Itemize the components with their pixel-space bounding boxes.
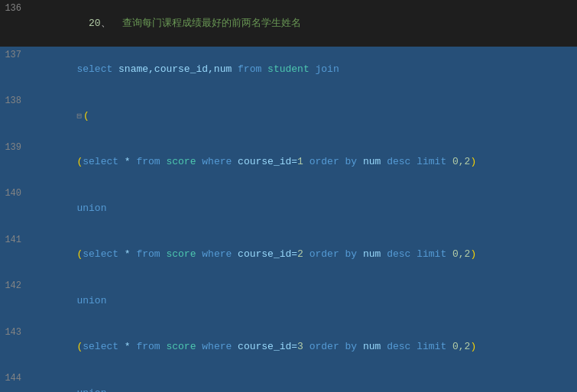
line-content-144: union xyxy=(29,371,577,392)
line-content-140: union xyxy=(29,186,577,231)
code-line-139: 139 (select * from score where course_id… xyxy=(0,139,577,186)
app-container: 136 20、 查询每门课程成绩最好的前两名学生姓名 137 select sn… xyxy=(0,0,577,392)
line-number-144: 144 xyxy=(0,371,29,385)
line-content-137: select sname,course_id,num from student … xyxy=(29,47,577,92)
code-line-136: 136 20、 查询每门课程成绩最好的前两名学生姓名 xyxy=(0,0,577,47)
line-content-142: union xyxy=(29,278,577,323)
code-line-138: 138 ⊟( xyxy=(0,92,577,139)
line-number-141: 141 xyxy=(0,233,29,247)
line-content-139: (select * from score where course_id=1 o… xyxy=(29,140,577,185)
code-line-141: 141 (select * from score where course_id… xyxy=(0,232,577,278)
line-content-136: 20、 查询每门课程成绩最好的前两名学生姓名 xyxy=(29,1,577,46)
line-number-136: 136 xyxy=(0,2,29,15)
code-line-137: 137 select sname,course_id,num from stud… xyxy=(0,47,577,93)
line-content-143: (select * from score where course_id=3 o… xyxy=(29,325,577,370)
line-number-143: 143 xyxy=(0,326,29,339)
line-number-138: 138 xyxy=(0,94,29,108)
code-line-144: 144 union xyxy=(0,370,577,392)
line-content-138: ⊟( xyxy=(29,93,577,138)
code-line-143: 143 (select * from score where course_id… xyxy=(0,324,577,371)
line-number-137: 137 xyxy=(0,48,29,62)
line-number-140: 140 xyxy=(0,186,29,200)
line-number-139: 139 xyxy=(0,141,29,154)
line-content-141: (select * from score where course_id=2 o… xyxy=(29,232,577,277)
line-number-142: 142 xyxy=(0,279,29,293)
code-line-142: 142 union xyxy=(0,277,577,324)
code-editor: 136 20、 查询每门课程成绩最好的前两名学生姓名 137 select sn… xyxy=(0,0,577,392)
code-line-140: 140 union xyxy=(0,185,577,232)
